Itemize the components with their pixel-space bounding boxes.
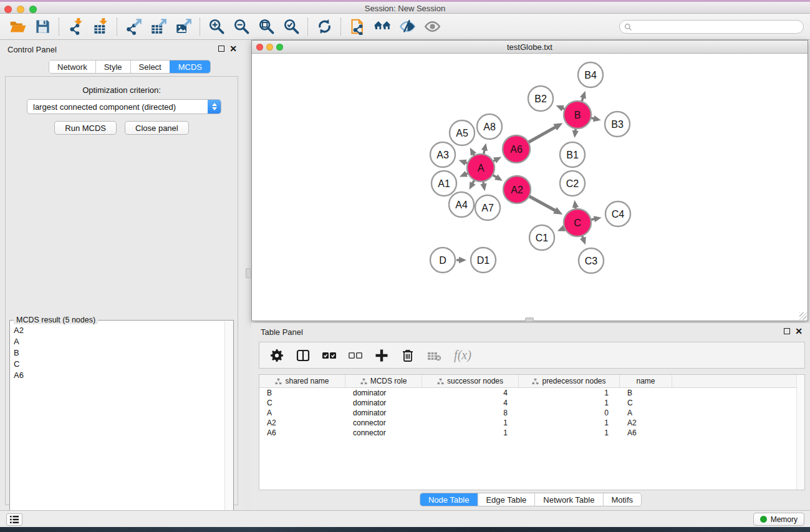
home-icon[interactable]: [370, 16, 395, 37]
node-label: A7: [481, 203, 494, 213]
cell-name: C: [620, 399, 672, 407]
search-input[interactable]: [632, 22, 803, 31]
hierarchy-icon: [275, 378, 282, 385]
toolbar-separator: [307, 18, 308, 36]
new-network-icon[interactable]: [345, 16, 370, 37]
cell-successor-nodes: 4: [422, 389, 519, 397]
cell-MCDS-role: dominator: [345, 389, 422, 397]
node-label: D1: [477, 255, 490, 266]
result-item[interactable]: A6: [10, 369, 224, 380]
table-row[interactable]: Cdominator41C: [259, 398, 804, 408]
network-window-titlebar[interactable]: testGlobe.txt: [252, 41, 808, 54]
node-label: A: [478, 163, 485, 173]
export-network-icon[interactable]: [121, 16, 146, 37]
result-item[interactable]: B: [10, 347, 224, 358]
zoom-selected-icon[interactable]: [279, 16, 304, 37]
zoom-in-icon[interactable]: [204, 16, 229, 37]
zoom-fit-icon[interactable]: [254, 16, 279, 37]
hierarchy-icon: [532, 378, 539, 385]
zoom-out-icon[interactable]: [229, 16, 254, 37]
table-scrollbar[interactable]: [796, 375, 804, 490]
cell-MCDS-role: dominator: [345, 399, 422, 407]
mcds-result-list: A2ABCA6: [10, 324, 224, 531]
close-panel-button[interactable]: Close panel: [125, 121, 189, 135]
delete-column-icon[interactable]: [397, 345, 419, 366]
export-table-icon[interactable]: [146, 16, 171, 37]
import-network-icon[interactable]: [63, 16, 88, 37]
task-history-button[interactable]: [6, 513, 22, 526]
tab-mcds[interactable]: MCDS: [170, 60, 210, 73]
node-label: A8: [483, 122, 496, 132]
cell-shared-name: A2: [259, 418, 345, 427]
toggle-columns-icon[interactable]: [292, 345, 314, 366]
memory-button[interactable]: Memory: [753, 513, 804, 526]
tab-network[interactable]: Network: [49, 60, 95, 73]
apply-layout-icon[interactable]: [312, 16, 337, 37]
import-table-icon[interactable]: [88, 16, 113, 37]
select-all-columns-icon[interactable]: [318, 345, 340, 366]
search-icon: [624, 23, 632, 31]
open-session-icon[interactable]: [5, 16, 30, 37]
cell-successor-nodes: 4: [422, 399, 519, 407]
delete-table-icon[interactable]: [423, 345, 445, 366]
table-body: Bdominator41BCdominator41CAdominator80AA…: [259, 388, 804, 438]
cell-predecessor-nodes: 1: [519, 418, 620, 427]
float-panel-icon[interactable]: [218, 46, 224, 52]
status-bar: Memory: [0, 510, 810, 527]
network-canvas[interactable]: AA1A2A3A4A5A6A7A8BB1B2B3B4CC1C2C3C4DD1: [253, 54, 807, 321]
graph-edge[interactable]: [528, 127, 556, 142]
tab-select[interactable]: Select: [130, 60, 170, 73]
table-panel: Table Panel ✕ f(x) shared nameMCDS roles…: [251, 323, 810, 509]
cell-MCDS-role: connector: [345, 418, 422, 427]
node-label: C: [574, 218, 581, 228]
toolbar-separator: [59, 18, 59, 36]
result-item[interactable]: A: [10, 336, 224, 347]
table-row[interactable]: Adominator80A: [259, 408, 804, 418]
result-scrollbar[interactable]: [224, 321, 233, 531]
hierarchy-icon: [360, 378, 367, 385]
graph-edge[interactable]: [529, 196, 556, 211]
tab-node-table[interactable]: Node Table: [420, 493, 478, 506]
column-header-successor-nodes[interactable]: successor nodes: [422, 375, 519, 387]
close-panel-icon[interactable]: ✕: [229, 46, 237, 52]
result-item[interactable]: A2: [10, 324, 224, 336]
table-row[interactable]: A2connector11A2: [259, 418, 804, 428]
cell-successor-nodes: 1: [422, 418, 519, 427]
hide-panels-icon[interactable]: [395, 16, 420, 37]
column-header-shared-name[interactable]: shared name: [259, 375, 345, 387]
float-table-panel-icon[interactable]: [784, 328, 790, 334]
node-label: B4: [584, 70, 597, 80]
deselect-all-columns-icon[interactable]: [344, 345, 367, 366]
export-image-icon[interactable]: [171, 16, 196, 37]
tab-network-table[interactable]: Network Table: [534, 493, 602, 506]
vertical-split-handle[interactable]: [246, 268, 251, 278]
hierarchy-icon: [437, 378, 444, 385]
table-row[interactable]: Bdominator41B: [259, 388, 804, 398]
function-builder-icon[interactable]: f(x): [449, 345, 476, 366]
tab-motifs[interactable]: Motifs: [602, 493, 641, 506]
column-header-MCDS-role[interactable]: MCDS role: [345, 375, 422, 387]
network-graph: AA1A2A3A4A5A6A7A8BB1B2B3B4CC1C2C3C4DD1: [253, 54, 807, 321]
tab-style[interactable]: Style: [95, 60, 130, 73]
save-session-icon[interactable]: [30, 16, 55, 37]
node-label: C1: [536, 233, 549, 243]
horizontal-split-handle[interactable]: [525, 317, 534, 322]
network-window-title: testGlobe.txt: [252, 42, 808, 52]
column-header-name[interactable]: name: [620, 375, 672, 387]
add-column-icon[interactable]: [370, 345, 393, 366]
node-table[interactable]: shared nameMCDS rolesuccessor nodesprede…: [259, 374, 805, 490]
window-resize-handle[interactable]: [799, 312, 807, 320]
table-row[interactable]: A6connector11A6: [259, 428, 804, 438]
tab-edge-table[interactable]: Edge Table: [477, 493, 534, 506]
search-field[interactable]: [619, 20, 804, 34]
column-header-predecessor-nodes[interactable]: predecessor nodes: [519, 375, 620, 387]
close-table-panel-icon[interactable]: ✕: [795, 328, 803, 334]
cell-MCDS-role: dominator: [345, 409, 422, 417]
result-item[interactable]: C: [10, 358, 224, 369]
table-settings-icon[interactable]: [266, 345, 288, 366]
control-panel-tabs: NetworkStyleSelectMCDS: [49, 60, 211, 74]
show-panels-icon[interactable]: [420, 16, 445, 37]
table-tabs: Node TableEdge TableNetwork TableMotifs: [420, 493, 642, 506]
run-mcds-button[interactable]: Run MCDS: [54, 121, 117, 135]
criterion-dropdown[interactable]: largest connected component (directed): [27, 99, 221, 114]
